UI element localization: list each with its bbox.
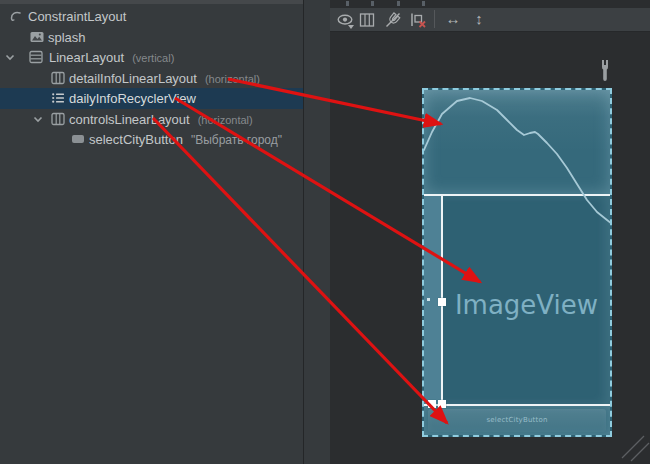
selection-anchor-dot: [427, 298, 430, 301]
resize-handle-bottom-right[interactable]: [438, 400, 446, 408]
tree-item-text-value: "Выбрать город": [191, 133, 282, 147]
tree-item-annotation: (horizontal): [205, 73, 260, 85]
component-tree-panel: ConstraintLayout splash LinearLayout(ver…: [0, 0, 303, 464]
image-icon: [29, 29, 45, 45]
cut-off-tab-mark: [346, 1, 349, 6]
resize-handle-right-mid[interactable]: [438, 298, 446, 306]
panel-splitter[interactable]: [303, 0, 330, 464]
cut-off-tab-mark: [371, 1, 374, 6]
resize-handle-bottom-left[interactable]: [428, 400, 436, 408]
cut-off-tab-mark: [397, 1, 400, 6]
cut-off-tab-mark: [422, 1, 425, 6]
linear-layout-horizontal-icon: [50, 70, 66, 86]
linear-layout-vertical-icon: [28, 49, 44, 65]
resize-gripper-icon[interactable]: [621, 435, 650, 462]
detail-info-region[interactable]: [424, 90, 610, 194]
select-city-button-preview[interactable]: selectCityButton: [428, 409, 606, 432]
button-icon: [70, 131, 86, 147]
chevron-down-icon[interactable]: [2, 49, 18, 65]
tree-item-label: LinearLayout(vertical): [49, 47, 174, 69]
dropdown-caret-icon[interactable]: [348, 25, 354, 29]
autoconnect-off-magnet-icon[interactable]: [384, 11, 402, 29]
toolbar-separator: [434, 10, 435, 28]
linear-layout-horizontal-icon: [50, 111, 66, 127]
tree-item-label: detailInfoLinearLayout(horizontal): [69, 68, 260, 90]
recycler-view-list-icon: [50, 90, 66, 106]
tree-item-constraint-layout[interactable]: ConstraintLayout: [0, 6, 303, 27]
clear-constraints-icon[interactable]: [409, 11, 427, 29]
constraint-layout-icon: [7, 8, 23, 24]
layout-preview[interactable]: ImageView selectCityButton: [422, 88, 612, 437]
tree-item-label: dailyInfoRecyclerView: [69, 88, 196, 109]
tree-item-label: splash: [48, 27, 86, 48]
horizontal-expand-icon[interactable]: ↔: [444, 10, 462, 28]
wrench-icon[interactable]: [598, 59, 612, 82]
panel-header-strip: [0, 0, 330, 4]
column-mode-icon[interactable]: [358, 11, 376, 29]
design-toolbar: ↔ ↕: [330, 8, 650, 32]
tree-item-label: selectCityButton"Выбрать город": [89, 129, 282, 151]
chevron-down-icon[interactable]: [30, 111, 46, 127]
tree-item-select-city-button[interactable]: selectCityButton"Выбрать город": [0, 129, 303, 150]
tree-item-daily-info-recycler-view[interactable]: dailyInfoRecyclerView: [0, 88, 303, 109]
tree-item-annotation: (vertical): [132, 52, 174, 64]
controls-bar-region[interactable]: selectCityButton: [424, 406, 610, 435]
imageview-placeholder-label: ImageView: [443, 290, 610, 320]
vertical-expand-icon[interactable]: ↕: [470, 10, 488, 28]
tree-item-linear-layout[interactable]: LinearLayout(vertical): [0, 47, 303, 68]
tree-item-annotation: (horizontal): [198, 114, 253, 126]
tree-item-label: controlsLinearLayout(horizontal): [69, 109, 253, 131]
tree-item-label: ConstraintLayout: [28, 6, 126, 27]
tree-item-controls-linear-layout[interactable]: controlsLinearLayout(horizontal): [0, 109, 303, 130]
tree-item-detail-info-linear-layout[interactable]: detailInfoLinearLayout(horizontal): [0, 68, 303, 89]
tree-item-splash[interactable]: splash: [0, 27, 303, 48]
